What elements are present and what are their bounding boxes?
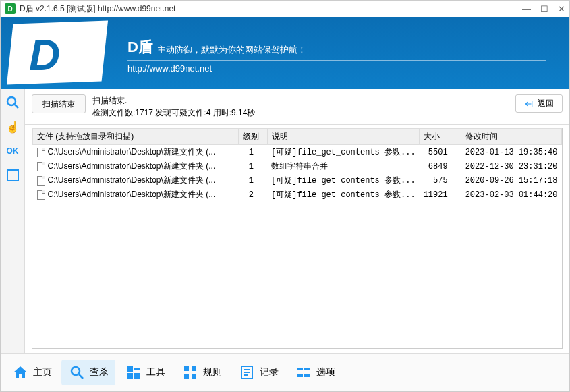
nav-home[interactable]: 主页	[5, 360, 59, 385]
ok-icon[interactable]: OK	[5, 143, 21, 159]
brand-name: D盾	[127, 37, 153, 57]
status-line2: 检测文件数:1717 发现可疑文件:4 用时:9.14秒	[92, 107, 255, 119]
back-label: 返回	[538, 98, 554, 109]
svg-rect-8	[192, 374, 196, 379]
cell-file: C:\Users\Administrator\Desktop\新建文件夹 (..…	[48, 146, 216, 158]
svg-point-3	[72, 367, 80, 375]
svg-rect-13	[297, 368, 303, 370]
minimize-button[interactable]: —	[522, 4, 531, 14]
cell-size: 6849	[420, 159, 461, 173]
svg-rect-2	[7, 170, 18, 181]
cell-file: C:\Users\Administrator\Desktop\新建文件夹 (..…	[48, 161, 216, 172]
slogan: 主动防御，默默为你的网站保驾护航！	[157, 44, 306, 56]
cell-size: 575	[420, 173, 461, 188]
brand-url: http://www.d99net.net	[127, 60, 546, 74]
rules-icon	[181, 364, 199, 381]
cell-mtime: 2023-01-13 19:35:40	[461, 145, 562, 160]
cell-size: 5501	[420, 145, 461, 160]
cell-mtime: 2022-12-30 23:31:20	[461, 159, 562, 173]
file-icon	[37, 148, 45, 157]
table-row[interactable]: C:\Users\Administrator\Desktop\新建文件夹 (..…	[33, 188, 562, 202]
svg-rect-5	[184, 366, 189, 371]
window-title: D盾 v2.1.6.5 [测试版] http://www.d99net.net	[20, 3, 175, 15]
cell-mtime: 2020-09-26 15:17:18	[461, 173, 562, 188]
cell-level: 1	[239, 159, 267, 173]
file-icon	[37, 190, 45, 200]
status-row: 扫描结束 扫描结束. 检测文件数:1717 发现可疑文件:4 用时:9.14秒 …	[25, 89, 569, 125]
back-button[interactable]: 返回	[515, 94, 563, 113]
col-mtime[interactable]: 修改时间	[461, 129, 562, 145]
titlebar: D D盾 v2.1.6.5 [测试版] http://www.d99net.ne…	[1, 1, 569, 17]
nav-scan[interactable]: 查杀	[61, 360, 115, 385]
svg-rect-7	[184, 374, 189, 379]
scan-end-button[interactable]: 扫描结束	[32, 94, 86, 113]
nav-log[interactable]: 记录	[231, 360, 285, 385]
logo-letter: D	[29, 30, 60, 80]
cell-file: C:\Users\Administrator\Desktop\新建文件夹 (..…	[48, 175, 216, 186]
tools-icon	[125, 364, 142, 381]
options-icon	[295, 364, 312, 381]
nav-options-label: 选项	[316, 366, 335, 379]
file-icon	[37, 176, 45, 186]
cell-desc: [可疑]file_get_contents 参数...	[267, 145, 420, 160]
search-icon	[68, 364, 86, 381]
hand-icon[interactable]: ☝	[5, 119, 21, 135]
cell-file: C:\Users\Administrator\Desktop\新建文件夹 (..…	[48, 189, 216, 200]
nav-options[interactable]: 选项	[288, 360, 342, 385]
home-icon	[11, 364, 29, 381]
cell-desc: 数组字符串合并	[267, 159, 420, 173]
svg-rect-15	[297, 374, 303, 377]
col-file[interactable]: 文件 (支持拖放目录和扫描)	[33, 129, 239, 145]
svg-rect-6	[192, 366, 196, 371]
svg-line-1	[15, 105, 18, 108]
banner: D D盾 主动防御，默默为你的网站保驾护航！ http://www.d99net…	[1, 17, 569, 89]
bottom-nav: 主页 查杀 工具 规则 记录 选项	[1, 353, 569, 391]
cell-level: 1	[239, 145, 267, 160]
log-icon	[238, 364, 256, 381]
results-table-wrap[interactable]: 文件 (支持拖放目录和扫描) 级别 说明 大小 修改时间 C:\Users\Ad…	[32, 128, 563, 349]
svg-rect-14	[304, 368, 310, 370]
results-table: 文件 (支持拖放目录和扫描) 级别 说明 大小 修改时间 C:\Users\Ad…	[32, 128, 562, 202]
nav-rules-label: 规则	[203, 366, 222, 379]
nav-tools[interactable]: 工具	[118, 360, 172, 385]
maximize-button[interactable]: ☐	[540, 4, 548, 14]
table-row[interactable]: C:\Users\Administrator\Desktop\新建文件夹 (..…	[33, 145, 562, 160]
table-row[interactable]: C:\Users\Administrator\Desktop\新建文件夹 (..…	[33, 159, 562, 173]
nav-rules[interactable]: 规则	[175, 360, 229, 385]
cell-desc: [可疑]file_get_contents 参数...	[267, 173, 420, 188]
cell-size: 11921	[420, 188, 461, 202]
cell-level: 1	[239, 173, 267, 188]
cell-mtime: 2023-02-03 01:44:20	[461, 188, 562, 202]
nav-tools-label: 工具	[146, 366, 165, 379]
svg-line-4	[79, 374, 83, 379]
nav-scan-label: 查杀	[90, 366, 109, 379]
sidebar: ☝ OK	[1, 89, 25, 353]
nav-home-label: 主页	[33, 366, 52, 379]
search-icon[interactable]	[5, 94, 21, 111]
status-line1: 扫描结束.	[92, 94, 255, 107]
col-desc[interactable]: 说明	[267, 129, 420, 145]
close-button[interactable]: ✕	[558, 4, 565, 14]
svg-rect-16	[304, 374, 310, 377]
table-row[interactable]: C:\Users\Administrator\Desktop\新建文件夹 (..…	[33, 173, 562, 188]
col-level[interactable]: 级别	[239, 129, 267, 145]
table-header-row: 文件 (支持拖放目录和扫描) 级别 说明 大小 修改时间	[33, 129, 562, 145]
cell-desc: [可疑]file_get_contents 参数...	[267, 188, 420, 202]
nav-log-label: 记录	[260, 366, 279, 379]
file-icon	[37, 162, 45, 171]
col-size[interactable]: 大小	[420, 129, 461, 145]
app-icon: D	[5, 3, 16, 14]
box-icon[interactable]	[5, 167, 21, 184]
cell-level: 2	[239, 188, 267, 202]
svg-point-0	[7, 97, 16, 105]
